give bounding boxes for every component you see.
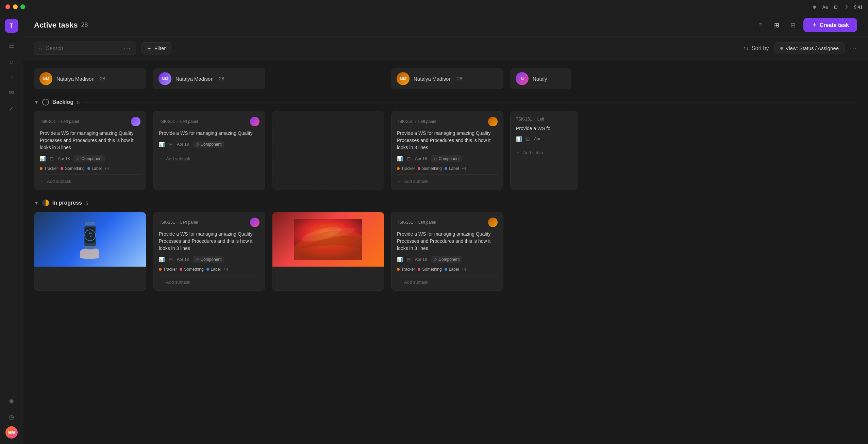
app-logo[interactable]: T (5, 19, 18, 33)
add-subtask-1[interactable]: ＋ Add subtask (40, 174, 140, 184)
inprogress-card-2-body: TSK-251 › Left panel Provide a WS for ma… (153, 212, 265, 290)
ip-label-label-2: Label (211, 267, 221, 272)
ip-card-icons-4: 📊 ⊟ Apr 18 ◇ Component (397, 256, 498, 263)
card-panel-1: Left panel (61, 119, 79, 124)
add-subtask-label-2: Add subtask (166, 156, 190, 161)
bar-chart-icon-4: 📊 (397, 156, 403, 161)
maximize-button[interactable] (20, 4, 25, 9)
ip-card-id-path-4: TSK-251 › Left panel (397, 220, 436, 225)
more-options-icon[interactable]: ··· (850, 45, 857, 52)
backlog-card-3-empty (272, 111, 384, 190)
backlog-section-header[interactable]: ▼ Backlog 5 (34, 99, 857, 106)
label-more-4: +4 (462, 166, 466, 171)
tracker-dot-1 (40, 167, 43, 170)
add-subtask-label-1: Add subtask (47, 179, 71, 184)
inprogress-section-header[interactable]: ▼ In progress 5 (34, 200, 857, 206)
assignee-count-4: 28 (457, 76, 463, 81)
label-more-1: +4 (104, 166, 109, 171)
ip-path-chevron-2: › (177, 221, 178, 224)
columns-view-button[interactable]: ⊟ (787, 19, 799, 31)
ip-add-subtask-label-2: Add subtask (166, 280, 190, 285)
watch-image-1: 10 :41 (34, 212, 146, 267)
ip-label-label-4-text: Label (449, 267, 459, 272)
card-date-2: Apr 18 (177, 142, 189, 147)
add-subtask-label-5: Add subta (523, 150, 543, 155)
add-subtask-2[interactable]: ＋ Add subtask (159, 152, 260, 162)
backlog-card-5-body: TSK-251 › Left Provide a WS fo 📊 ⊟ Apr (511, 111, 578, 161)
ip-label-more-4: +4 (462, 267, 466, 272)
list-icon-2: ⊟ (169, 142, 173, 147)
bar-chart-icon-1: 📊 (40, 156, 46, 161)
minimize-button[interactable] (13, 4, 18, 9)
card-labels-4: Tracker Something Label +4 (397, 166, 498, 171)
add-subtask-5[interactable]: ＋ Add subta (516, 146, 572, 156)
sidebar-item-menu[interactable]: ☰ (5, 39, 18, 52)
wifi-icon: ⊛ (813, 4, 816, 10)
backlog-count: 5 (77, 99, 80, 105)
plus-subtask-icon-5: ＋ (516, 149, 520, 156)
monitor-icon: ⊡ (834, 4, 838, 10)
search-box[interactable]: ⌕ ··· (34, 42, 136, 55)
ip-label-label-4: Label (445, 267, 459, 272)
backlog-card-5-meta: TSK-251 › Left (516, 117, 572, 122)
assignee-header-1: NM Natalya Madison 28 (34, 68, 146, 89)
close-button[interactable] (5, 4, 10, 9)
grid-view-button[interactable]: ⊞ (771, 19, 783, 31)
backlog-card-2: TSK-251 › Left panel Provide a WS for ma… (153, 111, 265, 190)
sidebar-item-home[interactable]: ⌂ (5, 71, 18, 84)
ip-plus-subtask-icon-4: ＋ (397, 279, 401, 285)
inprogress-section: ▼ In progress 5 10 : (34, 200, 857, 291)
inprogress-cards-row: 10 :41 TSK-251 › (34, 212, 857, 291)
header-actions: ≡ ⊞ ⊟ ＋ Create task (754, 18, 857, 32)
add-subtask-4[interactable]: ＋ Add subtask (397, 174, 498, 184)
view-selector[interactable]: View: Status / Assignee (774, 42, 845, 54)
backlog-card-1-meta: TSK-251 › Left panel (40, 117, 140, 126)
sidebar-item-search[interactable]: ⌕ (5, 55, 18, 68)
user-avatar[interactable]: NM (5, 426, 18, 439)
svg-rect-6 (85, 246, 95, 249)
list-icon-1: ⊟ (50, 156, 54, 161)
something-label-4: Something (422, 166, 441, 171)
assignee-avatar-2: NM (158, 72, 171, 85)
card-avatar-2 (250, 117, 260, 126)
ip-card-avatar-4 (488, 218, 498, 227)
card-title-1: Provide a WS for managing amazing Qualit… (40, 130, 140, 151)
inprogress-card-1: 10 :41 (34, 212, 146, 291)
sidebar-item-settings[interactable]: ✺ (5, 395, 18, 408)
ip-plus-subtask-icon-2: ＋ (159, 279, 163, 285)
ip-card-tag-label-4: Component (438, 257, 460, 262)
sidebar-item-calendar[interactable]: ◷ (5, 411, 18, 424)
card-icons-4: 📊 ⊟ Apr 18 ◇ Component (397, 155, 498, 162)
backlog-status-icon (42, 99, 49, 106)
path-chevron-1: › (58, 120, 59, 124)
assignee-name-5: Nataly (533, 76, 547, 82)
sidebar-item-inbox[interactable]: ✉ (5, 86, 18, 99)
traffic-lights (5, 4, 25, 9)
label-label-1: Label (87, 166, 102, 171)
ip-add-subtask-2[interactable]: ＋ Add subtask (159, 275, 260, 285)
list-view-button[interactable]: ≡ (754, 19, 767, 31)
card-title-2: Provide a WS for managing amazing Qualit… (159, 130, 260, 137)
search-input[interactable] (46, 45, 120, 51)
backlog-card-2-body: TSK-251 › Left panel Provide a WS for ma… (153, 111, 265, 167)
sidebar-item-tasks[interactable]: ✓ (5, 102, 18, 115)
create-task-button[interactable]: ＋ Create task (803, 18, 857, 32)
ip-tracker-label-4: Tracker (401, 267, 415, 272)
ip-label-something-4: Something (418, 267, 441, 272)
label-dot-1 (87, 167, 90, 170)
ip-bar-chart-icon-2: 📊 (159, 257, 165, 262)
list-icon-4: ⊟ (407, 156, 411, 161)
sort-button[interactable]: ↑↓ Sort by (744, 45, 769, 51)
search-more-icon[interactable]: ··· (124, 45, 131, 52)
card-id-path-4: TSK-251 › Left panel (397, 119, 436, 124)
backlog-card-1: TSK-251 › Left panel Provide a WS for ma… (34, 111, 146, 190)
ip-something-label-2: Something (184, 267, 203, 272)
filter-button[interactable]: ⊟ Filter (141, 42, 171, 54)
inprogress-card-2-meta: TSK-251 › Left panel (159, 218, 260, 227)
ip-add-subtask-4[interactable]: ＋ Add subtask (397, 275, 498, 285)
sort-label: Sort by (752, 45, 769, 51)
card-title-5: Provide a WS fo (516, 125, 572, 132)
inprogress-chevron-icon: ▼ (34, 200, 39, 206)
inprogress-card-2: TSK-251 › Left panel Provide a WS for ma… (153, 212, 265, 291)
card-tag-4: ◇ Component (431, 155, 462, 162)
